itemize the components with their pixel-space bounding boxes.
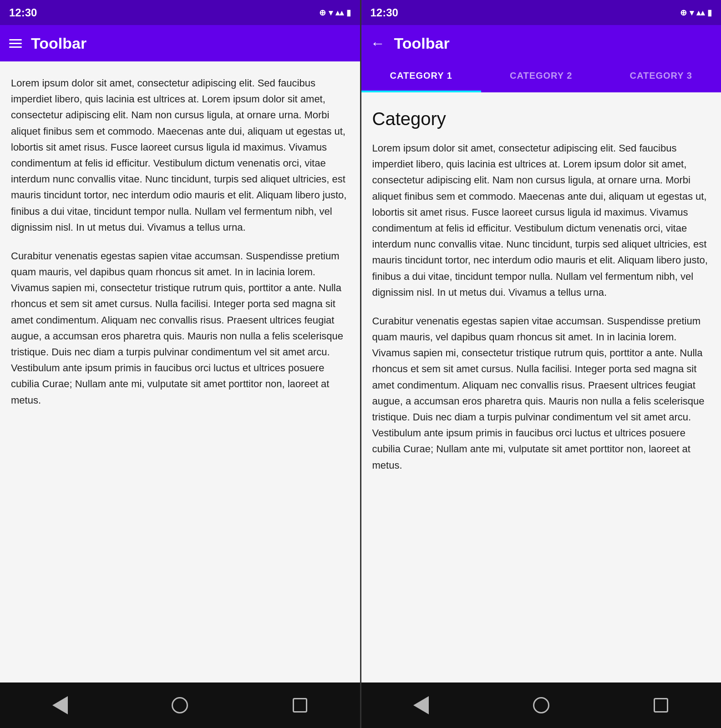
tabs-bar: CATEGORY 1 CATEGORY 2 CATEGORY 3 [361,61,721,92]
category-paragraph-1: Lorem ipsum dolor sit amet, consectetur … [372,140,711,300]
toolbar-title-2: Toolbar [394,35,450,52]
back-icon-2 [413,696,429,714]
wifi-icon: ▾ [329,8,333,18]
tab-category-3[interactable]: CATEGORY 3 [601,61,721,92]
home-icon-1 [172,697,188,713]
location-icon-2: ⊕ [680,8,687,18]
content-paragraph-2: Curabitur venenatis egestas sapien vitae… [11,248,349,408]
content-2: Category Lorem ipsum dolor sit amet, con… [361,92,721,682]
toolbar-2: ← Toolbar [361,25,721,61]
home-icon-2 [533,697,549,713]
nav-bar-2 [361,682,721,728]
tab-category-2[interactable]: CATEGORY 2 [481,61,601,92]
hamburger-menu-button[interactable] [9,39,22,48]
battery-icon: ▮ [346,8,351,18]
status-bar-1: 12:30 ⊕ ▾ ▴▴ ▮ [0,0,360,25]
recents-icon-1 [293,698,307,713]
wifi-icon-2: ▾ [690,8,694,18]
nav-bar-1 [0,682,360,728]
status-icons-1: ⊕ ▾ ▴▴ ▮ [319,8,351,18]
signal-icon: ▴▴ [335,8,344,18]
signal-icon-2: ▴▴ [696,8,705,18]
status-icons-2: ⊕ ▾ ▴▴ ▮ [680,8,712,18]
recents-button-2[interactable] [650,694,672,717]
back-icon-1 [52,696,68,714]
time-2: 12:30 [371,6,398,19]
time-1: 12:30 [9,6,37,19]
battery-icon-2: ▮ [707,8,712,18]
phone-2: 12:30 ⊕ ▾ ▴▴ ▮ ← Toolbar CATEGORY 1 CATE… [361,0,721,728]
location-icon: ⊕ [319,8,326,18]
back-button-2[interactable] [410,694,432,717]
category-paragraph-2: Curabitur venenatis egestas sapien vitae… [372,313,711,473]
home-button-1[interactable] [168,694,191,717]
recents-icon-2 [654,698,668,713]
content-paragraph-1: Lorem ipsum dolor sit amet, consectetur … [11,75,349,235]
toolbar-title-1: Toolbar [31,35,86,52]
content-1: Lorem ipsum dolor sit amet, consectetur … [0,61,360,682]
back-arrow-button[interactable]: ← [371,36,385,51]
category-heading: Category [372,109,711,129]
recents-button-1[interactable] [289,694,311,717]
status-bar-2: 12:30 ⊕ ▾ ▴▴ ▮ [361,0,721,25]
home-button-2[interactable] [530,694,553,717]
tab-category-1[interactable]: CATEGORY 1 [361,61,482,92]
back-button-1[interactable] [49,694,71,717]
phone-1: 12:30 ⊕ ▾ ▴▴ ▮ Toolbar Lorem ipsum dolor… [0,0,360,728]
toolbar-1: Toolbar [0,25,360,61]
